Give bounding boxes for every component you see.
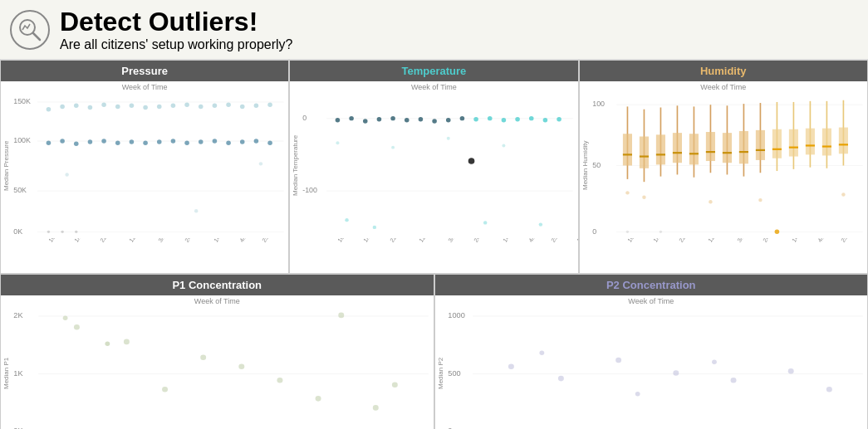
svg-point-177 [105,341,110,346]
svg-text:100K: 100K [13,136,31,144]
svg-text:-100: -100 [303,186,318,194]
svg-point-46 [75,231,77,233]
pressure-chart-area: 150K 100K 50K 0K [12,93,288,238]
humidity-panel: Humidity Week of Time Median Humidity 10… [579,60,868,274]
page-subtitle: Are all citizens' setup working properly… [60,37,293,52]
pressure-panel: Pressure Week of Time Median Pressure 15… [0,60,289,274]
p2-panel: P2 Concentration Week of Time Median P2 … [434,274,869,429]
svg-text:0: 0 [303,114,307,122]
humidity-x-axis-label: Week of Time [580,81,867,93]
pressure-x-labels: 10/9/2017 1/10/2017 22/10/2017 12/11/201… [24,238,288,273]
svg-point-36 [171,139,176,143]
svg-point-130 [642,196,645,199]
svg-point-77 [336,141,340,144]
svg-point-79 [447,137,450,140]
svg-point-39 [213,139,218,143]
svg-point-67 [502,118,507,122]
header-text: Detect Outliers! Are all citizens' setup… [60,7,293,52]
svg-point-65 [474,117,479,121]
svg-point-56 [350,116,355,120]
temperature-x-axis-label: Week of Time [290,81,577,93]
humidity-header: Humidity [580,61,867,81]
svg-point-135 [625,231,628,233]
temperature-panel: Temperature Week of Time Median Temperat… [289,60,578,274]
svg-rect-118 [788,129,797,157]
svg-point-170 [200,354,206,360]
temperature-chart-area: 0 -100 [301,93,577,238]
humidity-y-axis-label: Median Humidity [580,93,591,238]
svg-text:0K: 0K [13,227,22,236]
svg-point-76 [539,222,542,226]
svg-point-212 [508,363,513,369]
svg-point-48 [65,173,68,176]
svg-rect-88 [622,134,631,165]
magnify-chart-icon [17,17,43,43]
svg-point-134 [774,230,779,234]
svg-point-73 [346,218,349,222]
svg-point-11 [60,105,65,109]
p2-y-axis-label: Median P2 [435,307,446,429]
svg-point-33 [130,139,135,144]
svg-point-80 [503,144,506,147]
svg-point-78 [391,146,395,149]
svg-rect-103 [705,132,714,161]
svg-rect-91 [639,137,648,168]
svg-rect-112 [755,130,764,160]
p2-x-axis-label: Week of Time [435,295,868,307]
svg-point-221 [712,359,717,364]
svg-point-57 [363,119,368,123]
svg-point-45 [61,231,63,233]
svg-text:2K: 2K [13,311,22,319]
svg-point-17 [143,105,148,110]
svg-text:150K: 150K [13,97,31,105]
svg-point-61 [419,117,424,121]
pressure-header: Pressure [1,61,288,81]
svg-point-59 [391,116,396,120]
svg-rect-127 [838,128,847,154]
svg-rect-94 [655,134,664,164]
svg-point-32 [115,140,120,144]
temperature-header: Temperature [290,61,577,81]
svg-point-75 [483,221,487,224]
temperature-x-labels: 10/9/2017 1/10/2017 22/10/2017 12/11/201… [313,238,577,273]
svg-point-62 [433,119,438,123]
svg-point-31 [101,139,106,143]
pressure-x-axis-label: Week of Time [1,81,288,93]
svg-text:500: 500 [448,369,460,378]
svg-point-25 [254,104,259,108]
svg-point-38 [199,139,204,144]
svg-point-12 [74,104,79,108]
page-title: Detect Outliers! [60,7,293,37]
svg-point-68 [516,117,521,121]
svg-point-43 [267,140,272,144]
p1-chart-area: 2K 1K 0K [12,307,434,429]
svg-point-74 [373,226,376,229]
svg-text:1K: 1K [13,369,22,378]
svg-point-29 [74,142,79,146]
svg-point-176 [392,382,398,388]
svg-point-42 [254,139,259,143]
svg-point-71 [557,117,562,121]
svg-line-1 [33,33,40,40]
svg-rect-124 [821,129,831,156]
svg-point-169 [124,339,130,345]
svg-point-26 [267,102,272,106]
svg-rect-100 [689,134,698,164]
svg-point-22 [213,104,218,108]
svg-point-37 [184,140,189,144]
svg-point-24 [240,105,245,109]
svg-point-136 [659,231,661,233]
svg-point-129 [625,191,629,194]
svg-point-44 [47,231,50,233]
svg-point-174 [316,396,321,402]
p1-x-axis-label: Week of Time [1,295,434,307]
svg-point-27 [47,140,51,144]
svg-point-14 [101,102,106,106]
svg-point-23 [226,102,231,106]
svg-rect-97 [672,133,681,163]
svg-point-55 [336,118,341,122]
p1-y-axis-label: Median P1 [1,307,12,429]
header: Detect Outliers! Are all citizens' setup… [0,0,868,60]
charts-bottom-row: P1 Concentration Week of Time Median P1 … [0,274,868,429]
svg-point-35 [157,139,162,144]
